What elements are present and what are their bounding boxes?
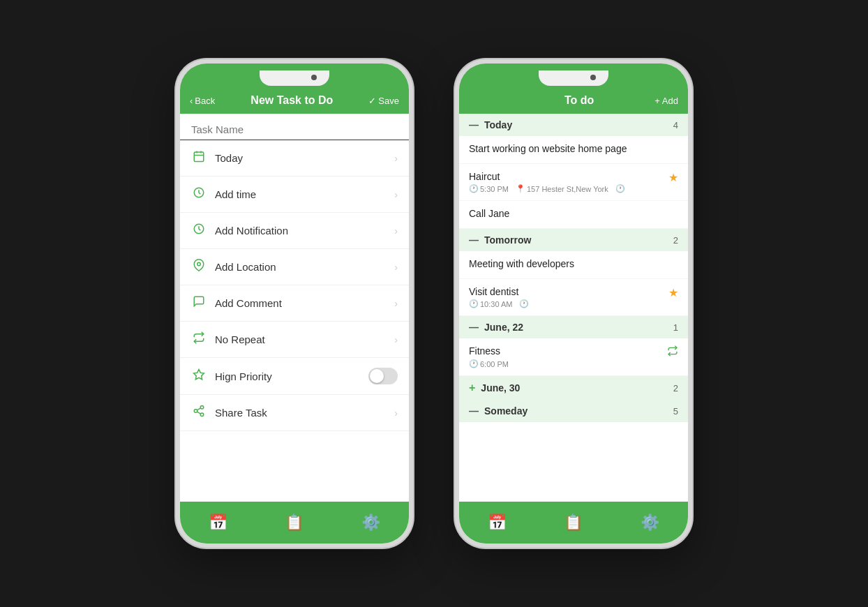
menu-item-add-notification[interactable]: Add Notification› [180,213,409,249]
no-repeat-label: No Repeat [215,334,394,345]
section-count-today: 4 [673,120,678,130]
section-label-someday: Someday [484,405,673,417]
task-title-t3: Call Jane [469,208,509,219]
section-header-today[interactable]: —Today4 [459,114,688,136]
high-priority-icon [191,368,207,384]
task-item-t5[interactable]: Visit dentist★🕐10:30 AM🕐 [459,279,688,316]
high-priority-label: Hign Priority [215,370,368,382]
meta-icon: 📍 [516,184,525,193]
section-count-tomorrow: 2 [673,235,678,246]
add-location-label: Add Location [215,261,394,273]
task-title-t1: Start working on website home page [469,143,627,154]
calendar-tab[interactable]: 📅 [209,514,227,532]
meta-icon: 🕐 [469,299,479,308]
header-right: To do + Add [459,89,688,114]
back-label: Back [195,96,215,106]
add-button[interactable]: + Add [654,96,678,106]
today-label: Today [215,152,394,164]
phone-top-left [180,63,409,89]
menu-item-add-time[interactable]: Add time› [180,177,409,213]
meta-text: 5:30 PM [480,185,509,193]
sections-list: —Today4Start working on website home pag… [459,114,688,422]
svg-point-8 [200,406,204,410]
task-item-t1[interactable]: Start working on website home page [459,136,688,164]
right-phone: To do + Add —Today4Start working on webs… [455,59,692,548]
repeat-icon [667,345,678,359]
section-count-someday: 5 [673,406,678,417]
section-icon-someday: — [469,405,479,417]
section-icon-june22: — [469,322,479,333]
add-time-label: Add time [215,188,394,200]
add-comment-label: Add Comment [215,297,394,309]
svg-line-11 [197,412,200,414]
task-title-t2: Haircut [469,171,500,182]
section-header-someday[interactable]: —Someday5 [459,400,688,422]
task-meta-t2: 🕐5:30 PM📍157 Hester St,New York🕐 [469,184,678,193]
page-title: New Task to Do [250,94,333,107]
task-title-t6: Fitness [469,345,500,357]
task-item-t2[interactable]: Haircut★🕐5:30 PM📍157 Hester St,New York🕐 [459,164,688,201]
section-header-june22[interactable]: —June, 221 [459,316,688,338]
share-task-icon [191,405,207,421]
task-name-input[interactable] [180,114,409,140]
svg-point-10 [200,413,204,417]
task-title-t4: Meeting with developers [469,258,574,269]
today-icon [191,150,207,166]
section-label-today: Today [484,119,673,130]
menu-item-today[interactable]: Today› [180,140,409,177]
settings-tab[interactable]: ⚙️ [361,514,380,532]
chevron-right-icon: › [394,298,398,309]
calendar-tab-right[interactable]: 📅 [488,514,507,532]
meta-icon: 🕐 [469,359,479,368]
chevron-right-icon: › [394,153,398,164]
phone-top-right [459,63,688,89]
menu-item-high-priority[interactable]: Hign Priority [180,358,409,395]
task-item-t4[interactable]: Meeting with developers [459,251,688,279]
notch-right [539,70,608,86]
add-comment-icon [191,295,207,311]
priority-toggle[interactable] [368,368,398,384]
task-item-t3[interactable]: Call Jane [459,201,688,229]
todo-title: To do [564,94,594,107]
meta-icon-only: 🕐 [615,184,625,193]
chevron-right-icon: › [394,189,398,200]
menu-item-no-repeat[interactable]: No Repeat› [180,322,409,358]
notch-left [260,70,329,86]
section-label-tomorrow: Tomorrow [484,234,673,246]
add-location-icon [191,259,207,275]
menu-item-share-task[interactable]: Share Task› [180,395,409,431]
header-left: ‹ Back New Task to Do ✓ Save [180,89,409,114]
task-item-t6[interactable]: Fitness🕐6:00 PM [459,338,688,376]
svg-marker-7 [194,369,204,379]
chevron-right-icon: › [394,407,398,419]
chevron-right-icon: › [394,334,398,345]
svg-point-9 [194,410,197,413]
tasks-tab[interactable]: 📋 [285,514,304,532]
task-title-t5: Visit dentist [469,286,518,297]
svg-point-6 [197,262,201,266]
add-label: + Add [654,96,678,106]
section-header-june30[interactable]: +June, 302 [459,376,688,400]
save-button[interactable]: ✓ Save [368,96,399,106]
settings-tab-right[interactable]: ⚙️ [641,514,659,532]
section-header-tomorrow[interactable]: —Tomorrow2 [459,229,688,251]
menu-item-add-location[interactable]: Add Location› [180,249,409,285]
star-icon[interactable]: ★ [668,171,678,184]
meta-text: 10:30 AM [480,300,512,308]
meta-text: 6:00 PM [480,360,509,368]
menu-item-add-comment[interactable]: Add Comment› [180,285,409,322]
star-icon[interactable]: ★ [668,286,678,299]
right-content: —Today4Start working on website home pag… [459,114,688,502]
save-label: Save [378,96,399,106]
back-button[interactable]: ‹ Back [190,96,215,106]
add-notification-icon [191,223,207,239]
add-notification-label: Add Notification [215,225,394,237]
add-time-icon [191,186,207,202]
tasks-tab-right[interactable]: 📋 [564,514,583,532]
section-count-june30: 2 [673,383,678,394]
svg-rect-0 [194,152,204,162]
no-repeat-icon [191,331,207,347]
bottom-nav-right: 📅 📋 ⚙️ [459,502,688,544]
svg-line-12 [197,408,200,410]
section-label-june22: June, 22 [484,322,673,333]
